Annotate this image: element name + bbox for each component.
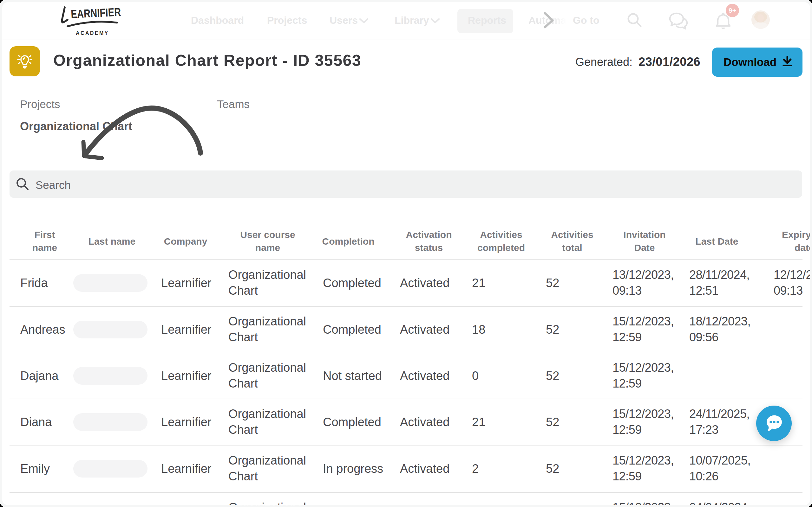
svg-text:EARNIFIER: EARNIFIER bbox=[71, 6, 121, 20]
svg-text:ACADEMY: ACADEMY bbox=[76, 31, 109, 36]
